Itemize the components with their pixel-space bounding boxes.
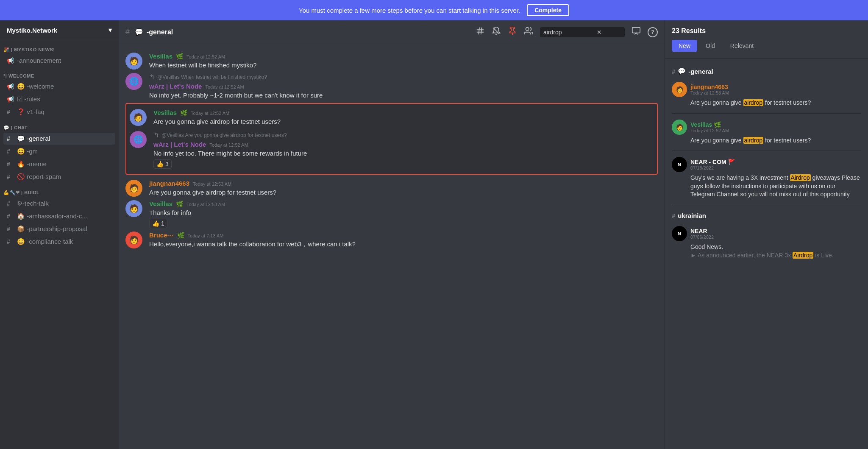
- message-time: Today at 7:13 AM: [188, 233, 224, 238]
- channel-tech-talk[interactable]: # ⚙-tech-talk: [3, 198, 115, 209]
- message-time: Today at 12:52 AM: [209, 142, 248, 148]
- notification-icon-btn[interactable]: [492, 26, 501, 38]
- search-channel-ukrainian: # ukrainian: [665, 207, 868, 222]
- table-row: 🧑 Vesillas 🌿 Today at 12:53 AM Thanks fo…: [119, 198, 665, 230]
- search-channel-general: # 💬 -general: [665, 62, 868, 78]
- reply-block: ↰ @Vesillas Are you gonna give airdrop f…: [153, 131, 654, 139]
- help-icon-btn[interactable]: ?: [648, 27, 658, 37]
- complete-button[interactable]: Complete: [527, 4, 569, 16]
- channel-welcome[interactable]: 📢 😄 -welcome: [3, 81, 115, 92]
- sidebar: Mystiko.Network ▾ 🎉 | MYSTIKO NEWS! 📢 -a…: [0, 20, 119, 449]
- channel-gm[interactable]: # 😄 -gm: [3, 145, 115, 157]
- search-result-author: NEAR: [690, 228, 714, 234]
- message-author: wArz | Let's Node: [149, 83, 202, 90]
- search-panel-header: 23 Results New Old Relevant: [665, 20, 868, 59]
- reply-arrow-icon: ↰: [149, 73, 155, 81]
- category-welcome: *| WELCOME: [0, 67, 119, 80]
- channel-announcement-label: -announcement: [17, 57, 61, 64]
- search-clear-icon[interactable]: ✕: [597, 29, 602, 36]
- channel-ambassador[interactable]: # 🏠 -ambassador-and-c...: [3, 210, 115, 222]
- rules-icon: 📢: [7, 96, 14, 103]
- channel-faq-label: ❓ v1-faq: [17, 108, 45, 116]
- reaction-thumbsup[interactable]: 👍 3: [153, 159, 172, 169]
- channel-spam-label: 🚫 report-spam: [17, 173, 61, 181]
- avatar: 🧑: [125, 231, 142, 248]
- category-buidl: 💪🔧❤ | BUIDL: [0, 183, 119, 197]
- highlighted-term: Airdrop: [793, 252, 813, 259]
- server-header[interactable]: Mystiko.Network ▾: [0, 20, 119, 40]
- message-text: Are you gonna give airdrop for testnet u…: [149, 188, 658, 197]
- message-time: Today at 12:52 AM: [186, 54, 225, 59]
- search-result-meta: NEAR - COM 🚩 07/18/2022: [690, 159, 735, 170]
- search-result-item[interactable]: N NEAR - COM 🚩 07/18/2022 Guy's we are h…: [665, 153, 868, 203]
- search-result-text: Guy's we are having a 3X investment Aird…: [672, 174, 861, 199]
- message-author: Vesillas: [153, 109, 177, 116]
- message-text: Thanks for info: [149, 208, 658, 217]
- highlighted-term: Airdrop: [790, 174, 811, 181]
- avatar: 🧑: [125, 53, 142, 70]
- message-content: Vesillas 🌿 Today at 12:52 AM Are you gon…: [153, 109, 654, 126]
- channel-rules[interactable]: 📢 ☑ -rules: [3, 93, 115, 105]
- reaction-count: 1: [161, 220, 164, 227]
- search-input[interactable]: [543, 29, 594, 36]
- avatar: 🧑: [125, 200, 142, 217]
- search-channel-name: -general: [688, 68, 713, 75]
- category-mystiko-news: 🎉 | MYSTIKO NEWS!: [0, 40, 119, 54]
- banner-text: You must complete a few more steps befor…: [299, 7, 520, 14]
- filter-tab-old[interactable]: Old: [699, 40, 722, 52]
- svg-rect-3: [632, 28, 640, 33]
- welcome-icon: 📢: [7, 83, 14, 90]
- filter-tab-new[interactable]: New: [672, 40, 697, 52]
- spam-hash-icon: #: [7, 173, 14, 180]
- channel-report-spam[interactable]: # 🚫 report-spam: [3, 171, 115, 183]
- search-result-header: N NEAR - COM 🚩 07/18/2022: [672, 157, 861, 172]
- message-author: Vesillas: [149, 53, 172, 60]
- search-avatar: 🧑: [672, 82, 687, 97]
- reaction-emoji: 👍: [152, 220, 159, 227]
- partnership-hash-icon: #: [7, 226, 14, 232]
- members-icon-btn[interactable]: [524, 26, 533, 38]
- message-text: When testnet will be finished mystiko?: [149, 61, 658, 70]
- author-badge: 🌿: [180, 109, 187, 116]
- channel-meme[interactable]: # 🔥 -meme: [3, 158, 115, 170]
- pin-icon-btn[interactable]: [508, 26, 517, 38]
- channel-compliance-label: 😄 -compliance-talk: [17, 238, 73, 245]
- main-content: # 💬 -general ✕: [119, 20, 665, 449]
- channel-header-name: 💬 -general: [135, 28, 173, 36]
- hashtag-icon-btn[interactable]: [476, 26, 485, 38]
- app-layout: Mystiko.Network ▾ 🎉 | MYSTIKO NEWS! 📢 -a…: [0, 20, 868, 449]
- category-chat: 💬 | CHAT: [0, 118, 119, 132]
- table-row: 🧑 Vesillas 🌿 Today at 12:52 AM Are you g…: [130, 107, 654, 128]
- reaction-thumbsup-2[interactable]: 👍 1: [149, 219, 167, 228]
- general-hash-icon: #: [7, 135, 14, 142]
- server-name: Mystiko.Network: [7, 27, 57, 34]
- search-bar[interactable]: ✕: [540, 27, 625, 37]
- channel-header: # 💬 -general ✕: [119, 20, 665, 44]
- message-text: Hello,everyone,i wanna talk the collabor…: [149, 240, 658, 248]
- highlighted-message-group: 🧑 Vesillas 🌿 Today at 12:52 AM Are you g…: [125, 103, 658, 175]
- search-avatar: 🧑: [672, 120, 687, 135]
- search-result-header: 🧑 Vesillas 🌿 Today at 12:52 AM: [672, 120, 861, 135]
- filter-tab-relevant[interactable]: Relevant: [723, 40, 760, 52]
- table-row: 🌐 ↰ @Vesillas When testnet will be finis…: [119, 71, 665, 101]
- table-row: 🧑 Vesillas 🌿 Today at 12:52 AM When test…: [119, 51, 665, 71]
- channel-partnership[interactable]: # 📦 -partnership-proposal: [3, 223, 115, 235]
- reaction-count: 3: [165, 161, 169, 167]
- search-result-item[interactable]: N NEAR 07/06/2022 Good News. ► As announ…: [665, 222, 868, 264]
- inbox-icon-btn[interactable]: [632, 26, 641, 38]
- search-result-time: 07/06/2022: [690, 234, 714, 240]
- messages-area: 🧑 Vesillas 🌿 Today at 12:52 AM When test…: [119, 44, 665, 449]
- message-author: Vesillas: [149, 200, 172, 207]
- channel-announcement[interactable]: 📢 -announcement: [3, 55, 115, 66]
- channel-meme-label: 🔥 -meme: [17, 160, 47, 168]
- search-result-item[interactable]: 🧑 Vesillas 🌿 Today at 12:52 AM Are you g…: [665, 115, 868, 149]
- table-row: 🧑 Bruce--- 🌿 Today at 7:13 AM Hello,ever…: [119, 230, 665, 250]
- channel-v1faq[interactable]: # ❓ v1-faq: [3, 106, 115, 118]
- channel-compliance[interactable]: # 😄 -compliance-talk: [3, 236, 115, 248]
- search-result-item[interactable]: 🧑 jiangnan4663 Today at 12:53 AM Are you…: [665, 78, 868, 112]
- server-dropdown-icon: ▾: [108, 26, 112, 34]
- channel-general[interactable]: # 💬 -general: [3, 133, 115, 145]
- message-content: ↰ @Vesillas Are you gonna give airdrop f…: [153, 131, 654, 169]
- meme-hash-icon: #: [7, 161, 14, 167]
- search-results-count: 23 Results: [672, 27, 861, 35]
